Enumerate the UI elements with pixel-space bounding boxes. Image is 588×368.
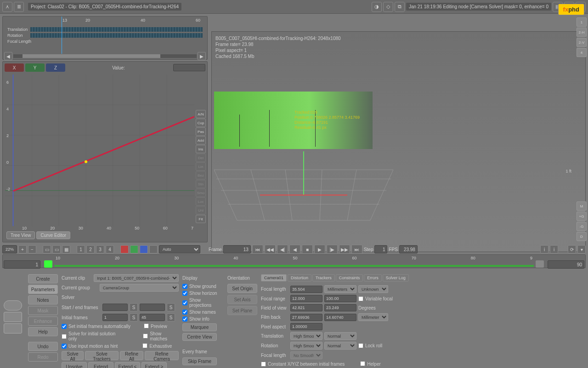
track-rotation[interactable] [30, 33, 203, 38]
fps-input[interactable] [399, 245, 418, 253]
skip-frame-button[interactable]: Skip Frame [182, 357, 217, 365]
layout-1[interactable]: 1 [577, 17, 587, 27]
focal-known-select[interactable]: Unknown [358, 285, 388, 293]
color-blue-button[interactable] [140, 245, 148, 253]
show-names-checkbox[interactable] [182, 310, 187, 315]
nav-next-icon[interactable]: ▭ [52, 245, 61, 253]
rotation-mode-select[interactable]: Normal [324, 342, 356, 350]
prev-frame-icon[interactable]: ◀| [277, 245, 288, 254]
nav-prev-icon[interactable]: ▭ [43, 245, 51, 253]
step-fwd-icon[interactable]: ▶▶ [339, 245, 350, 254]
mode-toggle-3[interactable] [4, 323, 22, 334]
info-icon[interactable]: i [540, 245, 548, 253]
focal-length-input[interactable] [290, 286, 322, 293]
curve-btn-an[interactable]: A/N [196, 110, 206, 118]
curve-btn-unl[interactable]: Unl [196, 206, 206, 214]
menu-icon[interactable]: ▾ [577, 245, 586, 253]
show-ground-checkbox[interactable] [182, 284, 187, 289]
set-origin-button[interactable]: Set Origin [227, 284, 257, 293]
layout-2v[interactable]: 2-V [577, 38, 587, 47]
page-4[interactable]: 4 [106, 245, 114, 253]
step-back-icon[interactable]: ◀◀ [265, 245, 276, 254]
show-matches-checkbox[interactable] [143, 334, 148, 339]
curve-btn-pas[interactable]: Pas [196, 127, 206, 136]
end-frame-input[interactable] [140, 304, 165, 311]
tool-rhombus-icon[interactable]: ◇ [383, 2, 393, 12]
color-green-button[interactable] [130, 245, 138, 253]
initial-frame-1[interactable] [102, 314, 128, 321]
page-1[interactable]: 1 [77, 245, 85, 253]
show-projections-checkbox[interactable] [182, 300, 187, 305]
layout-4[interactable]: 4 [577, 48, 587, 57]
current-clip-select[interactable]: Input 1: B005_C007_0505HI-combined-forTr… [94, 274, 179, 282]
focal-unit-select[interactable]: Millimeters [324, 285, 356, 293]
tab-solver-log[interactable]: Solver Log [383, 274, 409, 282]
curve-btn-fit[interactable]: Fit [196, 215, 206, 223]
auto-initial-checkbox[interactable] [62, 324, 67, 329]
current-group-select[interactable]: CameraGroup [100, 284, 179, 292]
constant-xyz-checkbox[interactable] [261, 362, 266, 367]
layout-2h[interactable]: 2-H [577, 28, 587, 37]
start-frame-input[interactable] [102, 304, 128, 311]
extend-back-button[interactable]: Extend < [115, 362, 140, 368]
viewport-3d[interactable]: B005_C007_0505HI-combined-forTracking-H2… [211, 31, 586, 252]
preview-checkbox[interactable] [144, 323, 149, 328]
fov-h-input[interactable] [290, 304, 322, 311]
set-end-icon[interactable]: S [167, 303, 175, 311]
tab-distortion[interactable]: Distortion [288, 274, 311, 282]
play-reverse-icon[interactable]: ◀ [289, 245, 300, 254]
mini-timeline[interactable]: 13 20 40 60 Translation Rotation Focal L… [2, 16, 208, 60]
value-input[interactable] [173, 64, 205, 71]
axis-z-button[interactable]: Z [46, 63, 65, 72]
track-translation[interactable] [30, 27, 203, 32]
filmback-unit-select[interactable]: Millimeters [358, 313, 388, 321]
lock-roll-checkbox[interactable] [358, 343, 363, 348]
tool-list-icon[interactable]: ≣ [14, 2, 24, 12]
zoom-minus-icon[interactable]: − [28, 245, 36, 253]
zoom-plus-icon[interactable]: + [18, 245, 27, 253]
rotation-smooth-select[interactable]: High Smooth [290, 342, 322, 350]
tab-constraints[interactable]: Constraints [336, 274, 363, 282]
refine-camera-button[interactable]: Refine Camera [145, 351, 179, 360]
centre-view-button[interactable]: Centre View [182, 333, 217, 341]
range-end-handle[interactable] [536, 260, 544, 268]
filmback-h-input[interactable] [324, 314, 356, 321]
input-motion-checkbox[interactable] [62, 344, 67, 349]
scroll-right-icon[interactable]: ▶ [198, 52, 206, 60]
mask-button[interactable]: Mask [28, 306, 58, 315]
btn-plus-g[interactable]: +G [577, 212, 587, 221]
play-icon[interactable]: ▶ [314, 245, 325, 254]
translation-mode-select[interactable]: Normal [324, 332, 356, 340]
btn-minus-g[interactable]: -G [577, 222, 587, 231]
initial-frame-2[interactable] [140, 314, 165, 321]
extend-button[interactable]: Extend [88, 362, 113, 368]
mode-toggle-2[interactable] [4, 312, 22, 322]
curve-btn-del[interactable]: Del [196, 154, 206, 162]
set-start-icon[interactable]: S [130, 303, 138, 311]
goto-end-icon[interactable]: ⏭ [351, 245, 362, 254]
goto-start-icon[interactable]: ⏮ [252, 245, 263, 254]
main-timeline[interactable]: 102030 405060 70809 [2, 254, 586, 268]
curve-btn-loc[interactable]: Loc [196, 197, 206, 206]
timeline-scrollbar[interactable] [23, 54, 160, 58]
curve-btn-add[interactable]: Add [196, 136, 206, 144]
solve-all-button[interactable]: Solve All [62, 351, 84, 360]
helper-checkbox[interactable] [360, 361, 365, 366]
nav-grid-icon[interactable]: ▦ [62, 245, 70, 253]
range-end-input[interactable] [548, 260, 584, 269]
curve-btn-smo[interactable]: Smo [196, 189, 206, 197]
tab-trackers[interactable]: Trackers [312, 274, 335, 282]
pixel-aspect-input[interactable] [290, 323, 322, 330]
initial-only-checkbox[interactable] [62, 334, 67, 339]
set-axis-button[interactable]: Set Axis [227, 295, 257, 304]
next-frame-icon[interactable]: |▶ [327, 245, 338, 254]
curve-btn-lin[interactable]: Lin [196, 162, 206, 171]
scroll-left-icon[interactable]: ◀ [4, 52, 12, 60]
axis-x-button[interactable]: X [5, 63, 24, 72]
exhaustive-checkbox[interactable] [142, 343, 147, 348]
tab-camera01[interactable]: Camera01 [261, 274, 287, 282]
refresh-icon[interactable]: ⟳ [568, 245, 576, 253]
unsolve-button[interactable]: Unsolve [62, 362, 87, 368]
axis-y-button[interactable]: Y [25, 63, 45, 72]
color-red-button[interactable] [120, 245, 129, 253]
